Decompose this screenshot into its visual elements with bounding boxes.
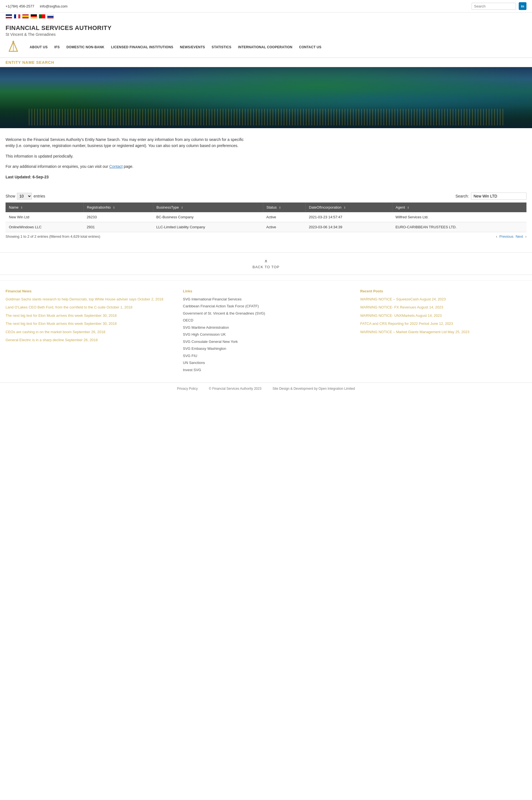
- footer-link[interactable]: SVG Consulate General New York: [183, 340, 238, 344]
- page-title: ENTITY NAME SEARCH: [5, 60, 527, 65]
- back-to-top-link[interactable]: ∧ BACK TO TOP: [5, 258, 527, 269]
- arrow-up-icon: ∧: [5, 258, 527, 263]
- last-updated-label: Last Updated:: [5, 175, 31, 179]
- recent-post-link[interactable]: WARNING NOTICE – SqueezeCash August 24, …: [360, 296, 527, 302]
- cell-reg-no: 2931: [83, 222, 153, 232]
- news-items-container: Goldman Sachs slants research to help De…: [5, 296, 172, 343]
- news-link[interactable]: Land O'Lakes CEO Beth Ford, from the cor…: [5, 305, 172, 310]
- list-item: SVG International Financial Services: [183, 296, 349, 302]
- flag-uk[interactable]: [5, 14, 12, 19]
- news-link[interactable]: The next big test for Elon Musk arrives …: [5, 321, 172, 327]
- nav-contact-us[interactable]: CONTACT US: [296, 43, 325, 51]
- recent-post-link[interactable]: FATCA and CRS Reporting for 2022 Period …: [360, 321, 527, 327]
- flag-es[interactable]: [22, 14, 29, 19]
- news-link[interactable]: General Electric is in a sharp decline S…: [5, 337, 172, 343]
- sort-regno-icon: ⇕: [113, 206, 115, 209]
- news-item: General Electric is in a sharp decline S…: [5, 337, 172, 343]
- table-search: Search:: [456, 193, 527, 200]
- hero-cityscape: [0, 67, 532, 128]
- recent-posts-container: WARNING NOTICE – SqueezeCash August 24, …: [360, 296, 527, 335]
- footer-link[interactable]: OECD: [183, 318, 193, 322]
- table-info: Showing 1 to 2 of 2 entries (filtered fr…: [5, 234, 527, 239]
- linkedin-icon[interactable]: in: [519, 2, 527, 10]
- table-controls: Show 10 25 50 100 entries Search:: [5, 193, 527, 200]
- hero-image: [0, 67, 532, 128]
- hero-overlay: [0, 106, 532, 128]
- footer-link[interactable]: SVG Embassy Washington: [183, 346, 226, 351]
- footer-link[interactable]: SVG High Commission UK: [183, 332, 226, 337]
- cell-status: Active: [263, 212, 306, 222]
- recent-posts-title: Recent Posts: [360, 289, 527, 293]
- footer-link[interactable]: Government of St. Vincent & the Grenadin…: [183, 311, 265, 315]
- sort-agent-icon: ⇕: [407, 206, 409, 209]
- footer-link[interactable]: SVG Maritime Administration: [183, 325, 229, 330]
- list-item: SVG FIU: [183, 353, 349, 359]
- list-item: SVG High Commission UK: [183, 332, 349, 337]
- sort-date-icon: ⇕: [344, 206, 346, 209]
- recent-post-item: FATCA and CRS Reporting for 2022 Period …: [360, 321, 527, 327]
- list-item: Invest SVG: [183, 367, 349, 373]
- col-status[interactable]: Status ⇕: [263, 202, 306, 212]
- news-link[interactable]: Goldman Sachs slants research to help De…: [5, 296, 172, 302]
- col-reg-no[interactable]: RegistrationNo ⇕: [83, 202, 153, 212]
- news-item: CEOs are cashing in on the market boom S…: [5, 329, 172, 335]
- nav-licensed-financial[interactable]: LICENSED FINANCIAL INSTITUTIONS: [108, 43, 176, 51]
- news-link[interactable]: CEOs are cashing in on the market boom S…: [5, 329, 172, 335]
- cell-agent: Wilfred Services Ltd.: [392, 212, 527, 222]
- footer-link[interactable]: Invest SVG: [183, 368, 201, 372]
- recent-post-link[interactable]: WARNING NOTICE- FX Revenues August 14, 2…: [360, 305, 527, 310]
- nav-international-cooperation[interactable]: INTERNATIONAL COOPERATION: [235, 43, 296, 51]
- top-bar-right: in: [472, 2, 527, 10]
- entries-select[interactable]: 10 25 50 100: [17, 193, 32, 199]
- sort-name-icon: ⇕: [20, 206, 23, 209]
- news-link[interactable]: The next big test for Elon Musk arrives …: [5, 313, 172, 319]
- cell-date: 2023-03-06 14:34:39: [306, 222, 392, 232]
- sort-biztype-icon: ⇕: [181, 206, 183, 209]
- svg-point-3: [13, 41, 14, 42]
- nav-domestic-non-bank[interactable]: DOMESTIC NON-BANK: [63, 43, 108, 51]
- flag-fr[interactable]: [14, 14, 20, 19]
- showing-text: Showing 1 to 2 of 2 entries (filtered fr…: [5, 234, 100, 239]
- table-row: New Win Ltd 26233 BC-Business Company Ac…: [5, 212, 527, 222]
- show-entries: Show 10 25 50 100 entries: [5, 193, 45, 199]
- nav-container: ABOUT US IFS DOMESTIC NON-BANK LICENSED …: [0, 38, 532, 58]
- flag-ru[interactable]: [47, 14, 54, 19]
- nav-statistics[interactable]: STATISTICS: [208, 43, 235, 51]
- site-logo[interactable]: [5, 39, 21, 55]
- table-search-input[interactable]: [471, 193, 527, 200]
- flag-de[interactable]: [31, 14, 37, 19]
- flag-bar: [0, 13, 532, 20]
- nav-news-events[interactable]: NEWS/EVENTS: [176, 43, 208, 51]
- sort-status-icon: ⇕: [279, 206, 281, 209]
- copyright-text: © Financial Services Authority 2023: [209, 387, 262, 390]
- previous-button[interactable]: Previous: [499, 234, 513, 239]
- cell-business-type: BC-Business Company: [153, 212, 263, 222]
- footer-link[interactable]: Caribbean Financial Action Task Force (C…: [183, 304, 259, 308]
- next-button[interactable]: Next: [516, 234, 523, 239]
- show-label: Show: [5, 194, 15, 198]
- flag-pt[interactable]: [39, 14, 45, 19]
- recent-post-item: WARNING NOTICE- UNXMarkets August 14, 20…: [360, 313, 527, 319]
- footer-link[interactable]: UN Sanctions: [183, 361, 205, 365]
- intro-paragraph-1: Welcome to the Financial Services Author…: [5, 137, 244, 149]
- footer-link[interactable]: SVG International Financial Services: [183, 297, 242, 301]
- contact-link[interactable]: Contact: [109, 164, 122, 169]
- search-input[interactable]: [472, 3, 516, 10]
- nav-ifs[interactable]: IFS: [51, 43, 63, 51]
- list-item: Government of St. Vincent & the Grenadin…: [183, 311, 349, 316]
- recent-post-link[interactable]: WARNING NOTICE – Market Giants Managemen…: [360, 329, 527, 335]
- col-date[interactable]: DateOfIncorporation ⇕: [306, 202, 392, 212]
- list-item: SVG Embassy Washington: [183, 346, 349, 351]
- cell-status: Active: [263, 222, 306, 232]
- recent-post-link[interactable]: WARNING NOTICE- UNXMarkets August 14, 20…: [360, 313, 527, 319]
- back-to-top-section: ∧ BACK TO TOP: [0, 252, 532, 275]
- col-business-type[interactable]: BusinessType ⇕: [153, 202, 263, 212]
- cell-business-type: LLC-Limited Liability Company: [153, 222, 263, 232]
- bottom-footer: Privacy Policy © Financial Services Auth…: [0, 383, 532, 395]
- footer-link[interactable]: SVG FIU: [183, 354, 197, 358]
- previous-arrow: ‹: [496, 234, 497, 239]
- col-name[interactable]: Name ⇕: [5, 202, 83, 212]
- privacy-policy-link[interactable]: Privacy Policy: [177, 387, 198, 390]
- nav-about-us[interactable]: ABOUT US: [26, 43, 51, 51]
- col-agent[interactable]: Agent ⇕: [392, 202, 527, 212]
